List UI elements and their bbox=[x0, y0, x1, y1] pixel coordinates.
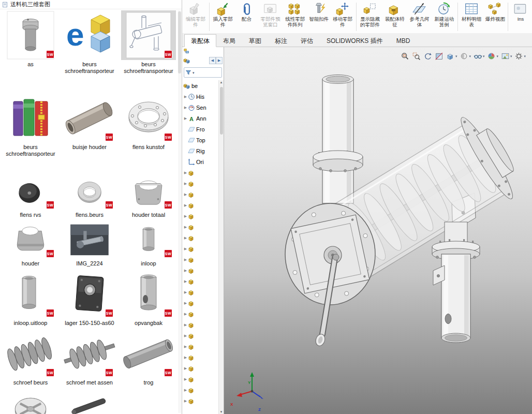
file-item[interactable]: SWinloop.uitloop bbox=[1, 268, 60, 328]
tree-row[interactable]: ▶ bbox=[182, 330, 218, 341]
tree-row[interactable]: Fro bbox=[182, 124, 218, 135]
file-item[interactable]: SWinloop bbox=[119, 219, 178, 268]
tree-row[interactable]: ▶ bbox=[182, 395, 218, 406]
expand-arrow-icon[interactable]: ▶ bbox=[183, 366, 188, 371]
file-item[interactable]: SWbuisje houder bbox=[60, 92, 119, 173]
hud-apply-scene[interactable]: ▾ bbox=[501, 51, 512, 61]
tree-row[interactable]: ▶ bbox=[182, 243, 218, 254]
file-item[interactable]: ebeurs schroeftransporteur bbox=[60, 9, 119, 92]
tree-row[interactable]: ▶ bbox=[182, 232, 218, 243]
expand-arrow-icon[interactable]: ▶ bbox=[183, 399, 188, 403]
file-item[interactable]: SW bbox=[60, 387, 119, 414]
tree-row[interactable]: ▶AAnn bbox=[182, 113, 218, 124]
file-item[interactable]: beurs schroeftransporteur bbox=[1, 92, 60, 173]
toolbar-button-assembly-features[interactable]: 装配体特征 bbox=[382, 1, 407, 33]
hud-view-settings[interactable]: ▾ bbox=[514, 51, 526, 61]
tree-row[interactable]: ▶ bbox=[182, 189, 218, 200]
scroll-up-icon[interactable]: ▲ bbox=[220, 81, 223, 84]
file-item[interactable]: SWhouder bbox=[1, 219, 60, 268]
tree-row[interactable]: ▶His bbox=[182, 91, 218, 102]
graphics-area[interactable]: ▾▾▾▾▾▾ X Y Z bbox=[224, 47, 532, 414]
tree-scrollbar[interactable]: ▲ ▼ bbox=[218, 80, 224, 414]
toolbar-button-show-hidden[interactable]: 显示隐藏的零部件 bbox=[358, 1, 382, 33]
expand-arrow-icon[interactable]: ▶ bbox=[183, 106, 188, 110]
expand-arrow-icon[interactable]: ▶ bbox=[183, 258, 188, 262]
toolbar-button-smart-fasteners[interactable]: 智能扣件 bbox=[307, 1, 330, 33]
tree-row[interactable]: ▶ bbox=[182, 374, 218, 385]
toolbar-button-linear-pattern[interactable]: 线性零部件阵列 bbox=[283, 1, 307, 33]
tree-row[interactable]: ▶ bbox=[182, 308, 218, 319]
hud-hide-show-items[interactable]: ▾ bbox=[474, 51, 485, 61]
expand-arrow-icon[interactable]: ▶ bbox=[183, 312, 188, 316]
tree-row[interactable]: ▶ bbox=[182, 178, 218, 189]
hud-zoom-area[interactable] bbox=[412, 51, 421, 61]
tree-row-root[interactable]: be bbox=[182, 80, 218, 91]
toolbar-button-motion-study[interactable]: 新建运动算例 bbox=[432, 1, 456, 33]
tree-row[interactable]: ▶ bbox=[182, 167, 218, 178]
tree-row[interactable]: Top bbox=[182, 135, 218, 145]
tree-row[interactable]: ▶ bbox=[182, 363, 218, 374]
feature-tree-tab-icon[interactable] bbox=[184, 48, 190, 54]
assembly-tab-icon[interactable] bbox=[183, 57, 190, 64]
tree-row[interactable]: ▶ bbox=[182, 319, 218, 330]
hud-display-style[interactable]: ▾ bbox=[460, 51, 471, 61]
expand-arrow-icon[interactable]: ▶ bbox=[183, 214, 188, 218]
tree-row[interactable]: ▶ bbox=[182, 265, 218, 276]
toolbar-button-insert-component[interactable]: 插入零部件 bbox=[211, 1, 235, 33]
file-item[interactable]: SWflens kunstof bbox=[119, 92, 178, 173]
expand-arrow-icon[interactable]: ▶ bbox=[183, 290, 188, 294]
expand-arrow-icon[interactable]: ▶ bbox=[183, 279, 188, 284]
tab-草图[interactable]: 草图 bbox=[242, 34, 268, 47]
file-item[interactable]: SWtrog bbox=[119, 328, 178, 387]
file-item[interactable]: SWlager 150-150-as60 bbox=[60, 268, 119, 328]
toolbar-button-bom[interactable]: 材料明细表 bbox=[459, 1, 484, 33]
hud-edit-appearance[interactable]: ▾ bbox=[487, 51, 498, 61]
expand-arrow-icon[interactable]: ▶ bbox=[183, 193, 188, 197]
expand-arrow-icon[interactable]: ▶ bbox=[183, 388, 188, 392]
tree-row[interactable]: ▶ bbox=[182, 254, 218, 265]
hud-section-view[interactable] bbox=[435, 51, 444, 61]
expand-arrow-icon[interactable]: ▶ bbox=[183, 345, 188, 349]
expand-arrow-icon[interactable]: ▶ bbox=[183, 269, 188, 273]
scroll-down-icon[interactable]: ▼ bbox=[220, 410, 223, 413]
toolbar-button-move-component[interactable]: 移动零部件 bbox=[330, 1, 355, 33]
tab-MBD[interactable]: MBD bbox=[390, 34, 417, 47]
file-item[interactable]: SWbeurs schroeftransporteur bbox=[119, 9, 178, 92]
tree-row[interactable]: ▶ bbox=[182, 211, 218, 221]
panel-expand-right-icon[interactable]: ▶ bbox=[216, 57, 223, 64]
file-item[interactable]: SWflens rvs bbox=[1, 173, 60, 219]
file-item[interactable]: SWschroef met assen bbox=[60, 328, 119, 387]
file-item[interactable]: SWas bbox=[1, 9, 60, 92]
expand-arrow-icon[interactable]: ▶ bbox=[183, 225, 188, 229]
toolbar-button-exploded-view[interactable]: 爆炸视图 bbox=[484, 1, 507, 33]
hud-view-orientation[interactable]: ▾ bbox=[446, 51, 457, 61]
tab-SOLIDWORKS 插件[interactable]: SOLIDWORKS 插件 bbox=[320, 34, 390, 47]
hud-previous-view[interactable] bbox=[423, 51, 432, 61]
tree-row[interactable]: Rig bbox=[182, 145, 218, 156]
expand-arrow-icon[interactable]: ▶ bbox=[183, 247, 188, 251]
expand-arrow-icon[interactable]: ▶ bbox=[183, 356, 188, 360]
expand-arrow-icon[interactable]: ▶ bbox=[183, 95, 188, 99]
tree-row[interactable]: ▶ bbox=[182, 276, 218, 287]
tree-row[interactable]: ▶ bbox=[182, 385, 218, 395]
tab-标注[interactable]: 标注 bbox=[268, 34, 294, 47]
tree-row[interactable]: Ori bbox=[182, 156, 218, 167]
filter-input[interactable]: ▾ bbox=[184, 67, 222, 78]
expand-arrow-icon[interactable]: ▶ bbox=[183, 334, 188, 338]
tab-评估[interactable]: 评估 bbox=[294, 34, 320, 47]
expand-arrow-icon[interactable]: ▶ bbox=[183, 323, 188, 327]
hud-zoom-fit[interactable] bbox=[401, 51, 409, 61]
expand-arrow-icon[interactable]: ▶ bbox=[183, 301, 188, 305]
tree-row[interactable]: ▶ bbox=[182, 298, 218, 308]
expand-arrow-icon[interactable]: ▶ bbox=[183, 116, 188, 121]
tree-row[interactable]: ▶ bbox=[182, 352, 218, 363]
toolbar-button-ins[interactable]: Ins bbox=[509, 1, 532, 33]
tree-row[interactable]: ▶ bbox=[182, 287, 218, 298]
explorer-scrollbar[interactable] bbox=[178, 10, 181, 413]
scrollbar-thumb[interactable] bbox=[220, 87, 223, 135]
expand-arrow-icon[interactable]: ▶ bbox=[183, 171, 188, 175]
file-item[interactable]: SWopvangbak bbox=[119, 268, 178, 328]
toolbar-button-reference-geometry[interactable]: 参考几何体 bbox=[407, 1, 432, 33]
tree-row[interactable]: ▶ bbox=[182, 221, 218, 232]
expand-arrow-icon[interactable]: ▶ bbox=[183, 182, 188, 186]
